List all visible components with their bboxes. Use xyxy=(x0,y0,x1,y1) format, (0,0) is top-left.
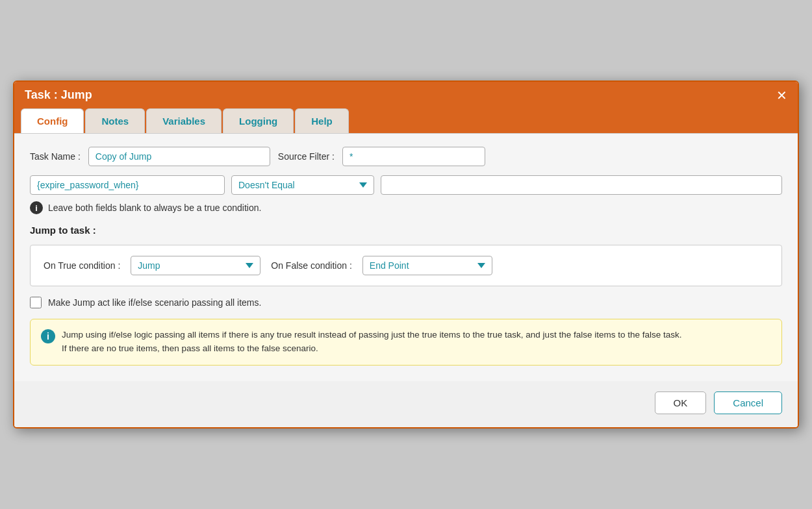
condition-select[interactable]: Doesn't Equal Equals Contains Starts Wit… xyxy=(231,175,374,195)
tab-notes[interactable]: Notes xyxy=(85,108,145,133)
info-box: i Jump using if/else logic passing all i… xyxy=(30,319,782,366)
tab-config[interactable]: Config xyxy=(21,108,84,133)
title-bar: Task : Jump ✕ xyxy=(14,82,798,108)
jump-section: On True condition : Jump End Point Next … xyxy=(30,245,782,286)
dialog-title: Task : Jump xyxy=(25,88,92,102)
source-filter-input[interactable] xyxy=(342,147,485,166)
ok-button[interactable]: OK xyxy=(655,391,707,414)
on-false-select[interactable]: End Point Jump Next Task xyxy=(362,256,492,275)
cancel-button[interactable]: Cancel xyxy=(714,391,782,414)
task-name-row: Task Name : Source Filter : xyxy=(30,147,782,166)
tabs-bar: Config Notes Variables Logging Help xyxy=(14,108,798,133)
on-true-select[interactable]: Jump End Point Next Task xyxy=(131,256,260,275)
footer: OK Cancel xyxy=(14,381,798,427)
close-button[interactable]: ✕ xyxy=(776,89,787,102)
source-filter-label: Source Filter : xyxy=(278,151,335,162)
on-false-label: On False condition : xyxy=(271,260,352,271)
checkbox-label: Make Jump act like if/else scenario pass… xyxy=(48,297,261,308)
checkbox-row: Make Jump act like if/else scenario pass… xyxy=(30,297,782,308)
condition-row: Doesn't Equal Equals Contains Starts Wit… xyxy=(30,175,782,195)
task-name-input[interactable] xyxy=(88,147,270,166)
variable-field[interactable] xyxy=(30,175,225,195)
info-box-text: Jump using if/else logic passing all ite… xyxy=(62,329,681,356)
dialog: Task : Jump ✕ Config Notes Variables Log… xyxy=(13,81,799,428)
content-area: Task Name : Source Filter : Doesn't Equa… xyxy=(14,133,798,381)
info-text: Leave both fields blank to always be a t… xyxy=(48,203,261,213)
task-name-label: Task Name : xyxy=(30,151,81,162)
value-field[interactable] xyxy=(381,175,782,195)
tab-help[interactable]: Help xyxy=(295,108,349,133)
info-row: i Leave both fields blank to always be a… xyxy=(30,201,782,214)
on-true-label: On True condition : xyxy=(44,260,120,271)
info-icon: i xyxy=(30,201,43,214)
info-box-icon: i xyxy=(41,329,55,343)
jump-section-title: Jump to task : xyxy=(30,225,782,236)
jump-row: On True condition : Jump End Point Next … xyxy=(44,256,768,275)
tab-variables[interactable]: Variables xyxy=(146,108,222,133)
tab-logging[interactable]: Logging xyxy=(223,108,294,133)
ifelse-checkbox[interactable] xyxy=(30,297,42,308)
